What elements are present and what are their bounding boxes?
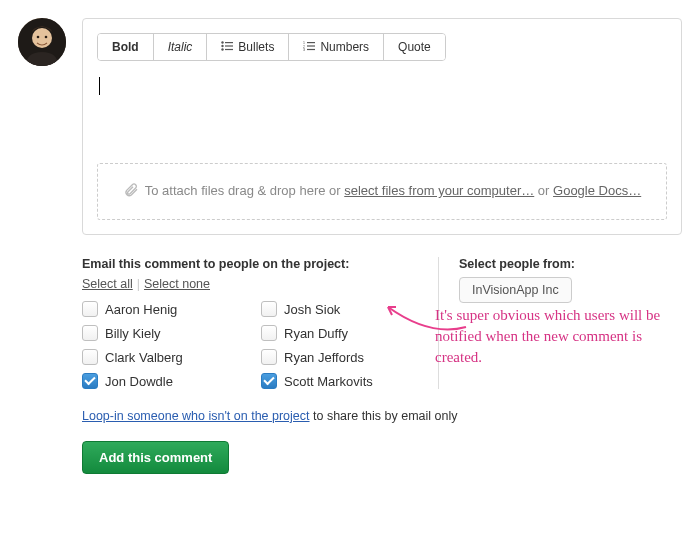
annotation-text: It's super obvious which users will be n…: [435, 305, 665, 368]
person-checkbox[interactable]: Jon Dowdle: [82, 373, 251, 389]
person-name: Ryan Jeffords: [284, 350, 364, 365]
svg-point-4: [222, 41, 224, 43]
attachment-dropzone[interactable]: To attach files drag & drop here or sele…: [97, 163, 667, 220]
email-notify-label: Email this comment to people on the proj…: [82, 257, 430, 271]
editor-box: Bold Italic Bullets 123 Numbers Quote: [82, 18, 682, 235]
svg-rect-15: [307, 49, 315, 50]
svg-rect-11: [307, 42, 315, 43]
bullets-label: Bullets: [238, 40, 274, 54]
google-docs-link[interactable]: Google Docs…: [553, 183, 641, 198]
person-name: Scott Markovits: [284, 374, 373, 389]
checkbox-icon: [82, 373, 98, 389]
company-pill[interactable]: InVisionApp Inc: [459, 277, 572, 303]
svg-point-2: [37, 36, 40, 39]
svg-text:3: 3: [303, 48, 305, 51]
numbers-button[interactable]: 123 Numbers: [289, 34, 384, 60]
comment-form: Bold Italic Bullets 123 Numbers Quote: [82, 18, 682, 474]
person-checkbox[interactable]: Billy Kiely: [82, 325, 251, 341]
checkbox-icon: [82, 301, 98, 317]
svg-rect-7: [225, 45, 233, 46]
add-comment-button[interactable]: Add this comment: [82, 441, 229, 474]
svg-rect-9: [225, 49, 233, 50]
separator: |: [137, 277, 140, 291]
loop-in-row: Loop-in someone who isn't on the project…: [82, 409, 682, 423]
numbers-label: Numbers: [320, 40, 369, 54]
checkbox-icon: [82, 325, 98, 341]
checkbox-icon: [261, 349, 277, 365]
svg-point-6: [222, 45, 224, 47]
person-name: Billy Kiely: [105, 326, 161, 341]
quote-button[interactable]: Quote: [384, 34, 445, 60]
bullets-button[interactable]: Bullets: [207, 34, 289, 60]
svg-point-8: [222, 48, 224, 50]
svg-point-3: [45, 36, 48, 39]
loop-in-link[interactable]: Loop-in someone who isn't on the project: [82, 409, 310, 423]
checkbox-icon: [261, 325, 277, 341]
comment-textarea[interactable]: [97, 73, 667, 163]
checkbox-icon: [82, 349, 98, 365]
company-panel: Select people from: InVisionApp Inc It's…: [438, 257, 682, 389]
checkbox-icon: [261, 373, 277, 389]
people-grid: Aaron HenigJosh SiokBilly KielyRyan Duff…: [82, 301, 430, 389]
person-name: Josh Siok: [284, 302, 340, 317]
person-checkbox[interactable]: Aaron Henig: [82, 301, 251, 317]
person-checkbox[interactable]: Ryan Duffy: [261, 325, 430, 341]
person-name: Ryan Duffy: [284, 326, 348, 341]
person-checkbox[interactable]: Ryan Jeffords: [261, 349, 430, 365]
checkbox-icon: [261, 301, 277, 317]
select-links: Select all|Select none: [82, 277, 430, 291]
avatar: [18, 18, 66, 66]
numbers-icon: 123: [303, 41, 315, 53]
paperclip-icon: [123, 182, 139, 201]
company-label: Select people from:: [459, 257, 682, 271]
bold-button[interactable]: Bold: [98, 34, 154, 60]
svg-rect-5: [225, 42, 233, 43]
select-all-link[interactable]: Select all: [82, 277, 133, 291]
person-checkbox[interactable]: Clark Valberg: [82, 349, 251, 365]
svg-rect-13: [307, 45, 315, 46]
toolbar: Bold Italic Bullets 123 Numbers Quote: [97, 33, 446, 61]
select-none-link[interactable]: Select none: [144, 277, 210, 291]
bullets-icon: [221, 41, 233, 53]
text-cursor: [99, 77, 100, 95]
select-files-link[interactable]: select files from your computer…: [344, 183, 534, 198]
person-name: Aaron Henig: [105, 302, 177, 317]
loop-in-suffix: to share this by email only: [310, 409, 458, 423]
italic-button[interactable]: Italic: [154, 34, 208, 60]
person-checkbox[interactable]: Josh Siok: [261, 301, 430, 317]
person-name: Clark Valberg: [105, 350, 183, 365]
person-checkbox[interactable]: Scott Markovits: [261, 373, 430, 389]
person-name: Jon Dowdle: [105, 374, 173, 389]
dropzone-or: or: [534, 183, 553, 198]
email-notify-panel: Email this comment to people on the proj…: [82, 257, 430, 389]
dropzone-text-prefix: To attach files drag & drop here or: [145, 183, 344, 198]
